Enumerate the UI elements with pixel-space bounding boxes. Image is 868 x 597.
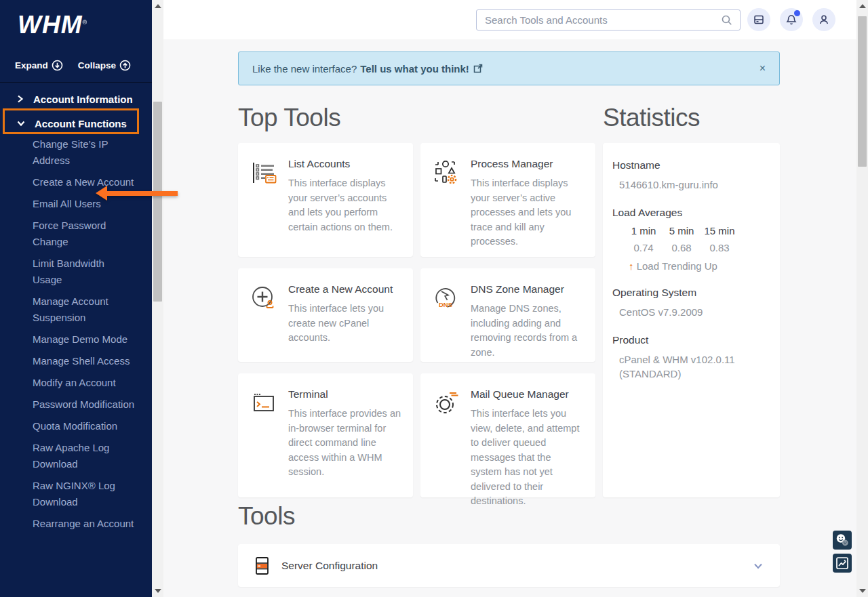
tool-card-dns-zone-manager[interactable]: DNS DNS Zone Manager Manage DNS zones, i…: [420, 268, 595, 362]
banner-text: Like the new interface?: [252, 63, 357, 75]
server-configuration-accordion[interactable]: Server Configuration: [238, 544, 780, 587]
sidebar-item-limit-bandwidth-usage[interactable]: Limit Bandwidth Usage: [33, 255, 136, 288]
tool-card-create-a-new-account[interactable]: Create a New Account This interface lets…: [238, 268, 413, 362]
sidebar-item-force-password-change[interactable]: Force Password Change: [33, 218, 136, 250]
user-account-button[interactable]: [812, 8, 835, 31]
load-col-header: 1 min: [625, 225, 663, 236]
chevron-down-icon: [16, 119, 26, 127]
sidebar-scrollbar[interactable]: [152, 0, 163, 597]
sidebar-item-manage-shell-access[interactable]: Manage Shell Access: [33, 353, 136, 369]
analytics-button[interactable]: [833, 554, 852, 573]
sidebar: WHM® Expand Collapse Account Information…: [0, 0, 152, 597]
list-accounts-icon: [249, 158, 279, 246]
sidebar-item-email-all-users[interactable]: Email All Users: [33, 196, 136, 212]
sidebar-item-manage-account-suspension[interactable]: Manage Account Suspension: [33, 293, 136, 326]
trend-up-arrow-icon: ↑: [629, 260, 634, 272]
feedback-banner: Like the new interface? Tell us what you…: [238, 52, 780, 85]
product-value: cPanel & WHM v102.0.11 (STANDARD): [612, 352, 770, 381]
tool-card-list-accounts[interactable]: List Accounts This interface displays yo…: [238, 143, 413, 257]
card-body: Process Manager This interface displays …: [471, 158, 585, 246]
operating-system-value: CentOS v7.9.2009: [612, 305, 770, 319]
statistics-panel: Hostname 5146610.km-guru.info Load Avera…: [603, 143, 780, 497]
card-body: Mail Queue Manager This interface lets y…: [471, 388, 585, 487]
notifications-button[interactable]: [780, 8, 803, 31]
card-body: List Accounts This interface displays yo…: [288, 158, 402, 246]
card-description: Manage DNS zones, including adding and r…: [471, 302, 585, 360]
load-col-header: 5 min: [663, 225, 701, 236]
product-label: Product: [612, 334, 770, 346]
search-box: [476, 9, 741, 30]
load-averages-label: Load Averages: [612, 207, 770, 219]
close-icon[interactable]: ×: [760, 63, 766, 74]
tools-heading: Tools: [238, 502, 295, 531]
card-title: DNS Zone Manager: [471, 283, 585, 295]
trend-text: Load Trending Up: [637, 260, 717, 272]
top-bar: [163, 0, 856, 39]
section-label: Account Information: [33, 94, 133, 105]
sidebar-item-quota-modification[interactable]: Quota Modification: [33, 418, 136, 434]
sidebar-item-create-a-new-account[interactable]: Create a New Account: [33, 174, 136, 190]
card-title: Process Manager: [471, 158, 585, 170]
smiley-faces-icon: [835, 533, 850, 548]
scroll-up-arrow[interactable]: [155, 4, 161, 8]
scroll-down-arrow[interactable]: [155, 589, 161, 593]
page-scrollbar-thumb[interactable]: [858, 16, 867, 167]
sidebar-section-account-information[interactable]: Account Information: [0, 91, 133, 107]
card-description: This interface displays your server’s ac…: [288, 176, 402, 234]
sidebar-item-manage-demo-mode[interactable]: Manage Demo Mode: [33, 331, 136, 348]
search-icon[interactable]: [721, 14, 733, 26]
dns-zone-icon: DNS: [431, 283, 461, 351]
load-col-value: 0.83: [701, 242, 738, 253]
sidebar-divider: [0, 82, 152, 83]
expand-all-button[interactable]: Expand: [15, 60, 63, 71]
scroll-down-arrow[interactable]: [859, 589, 866, 593]
sidebar-submenu: Change Site’s IP Address Create a New Ac…: [33, 136, 136, 537]
feedback-smiley-button[interactable]: [833, 531, 852, 550]
sidebar-item-rearrange-an-account[interactable]: Rearrange an Account: [33, 516, 136, 532]
card-title: Mail Queue Manager: [471, 388, 585, 400]
load-trend: ↑ Load Trending Up: [612, 260, 770, 272]
search-input[interactable]: [477, 14, 721, 26]
sidebar-item-raw-apache-log-download[interactable]: Raw Apache Log Download: [33, 440, 136, 472]
tool-card-terminal[interactable]: Terminal This interface provides an in-b…: [238, 373, 413, 497]
collapse-circle-up-icon: [119, 60, 131, 71]
chevron-down-icon: [753, 560, 764, 571]
terminal-icon: [249, 388, 279, 487]
collapse-all-button[interactable]: Collapse: [78, 60, 131, 71]
chevron-right-icon: [16, 94, 24, 104]
load-averages-table: 1 min0.74 5 min0.68 15 min0.83: [612, 225, 770, 253]
mail-queue-icon: [431, 388, 461, 487]
banner-link[interactable]: Tell us what you think!: [360, 63, 469, 75]
sidebar-item-password-modification[interactable]: Password Modification: [33, 396, 136, 413]
expand-circle-down-icon: [52, 60, 63, 71]
sidebar-item-raw-nginx-log-download[interactable]: Raw NGINX® Log Download: [33, 478, 136, 510]
card-description: This interface lets you view, delete, an…: [471, 407, 585, 509]
hostname-label: Hostname: [612, 159, 770, 171]
sidebar-item-modify-an-account[interactable]: Modify an Account: [33, 375, 136, 391]
server-icon: [753, 14, 765, 26]
card-body: Terminal This interface provides an in-b…: [288, 388, 402, 487]
scroll-up-arrow[interactable]: [859, 4, 866, 8]
whm-logo[interactable]: WHM®: [18, 11, 87, 39]
sidebar-section-account-functions[interactable]: Account Functions: [0, 115, 127, 131]
card-title: List Accounts: [288, 158, 402, 170]
tool-card-process-manager[interactable]: Process Manager This interface displays …: [420, 143, 595, 257]
operating-system-label: Operating System: [612, 287, 770, 299]
hostname-value: 5146610.km-guru.info: [612, 178, 770, 192]
svg-text:DNS: DNS: [439, 301, 452, 308]
external-link-icon[interactable]: [473, 64, 483, 73]
server-info-button[interactable]: [747, 8, 770, 31]
section-label: Account Functions: [35, 118, 127, 129]
top-tools-heading: Top Tools: [238, 104, 340, 132]
load-col-header: 15 min: [701, 225, 738, 236]
load-col-value: 0.74: [625, 242, 663, 253]
sidebar-item-change-sites-ip-address[interactable]: Change Site’s IP Address: [33, 136, 136, 169]
chart-trend-icon: [835, 556, 849, 570]
sidebar-expand-collapse: Expand Collapse: [15, 60, 131, 71]
card-body: Create a New Account This interface lets…: [288, 283, 402, 351]
process-manager-icon: [431, 158, 461, 246]
tool-card-mail-queue-manager[interactable]: Mail Queue Manager This interface lets y…: [420, 373, 595, 497]
card-body: DNS Zone Manager Manage DNS zones, inclu…: [471, 283, 585, 351]
sidebar-scrollbar-thumb[interactable]: [153, 102, 162, 302]
page-scrollbar[interactable]: [856, 0, 868, 597]
